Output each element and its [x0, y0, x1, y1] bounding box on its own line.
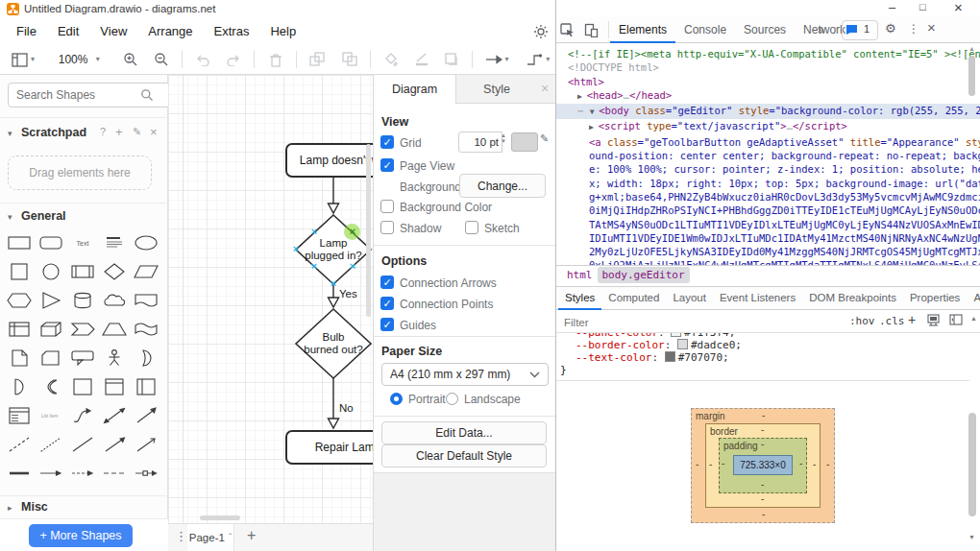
shape-process[interactable]	[66, 257, 98, 286]
connection-point-icon[interactable]: ×	[311, 226, 317, 237]
shape-container[interactable]	[66, 372, 98, 401]
new-style-rule-icon[interactable]: +	[908, 312, 916, 327]
toggle-sidebar-icon[interactable]	[949, 314, 963, 328]
page-view-checkbox[interactable]: ✓	[380, 158, 394, 172]
shape-dotted-line[interactable]	[35, 430, 66, 459]
shape-container-vertical[interactable]	[130, 372, 161, 401]
paper-size-select[interactable]: A4 (210 mm x 297 mm)	[381, 363, 549, 386]
code-line[interactable]: g+xml;base64,PHN2ZyB4bWxucz0iaHR0cDovL3d…	[556, 190, 980, 204]
diagram-canvas[interactable]: Lamp doesn't work Lamp plugged in? Bulb …	[168, 75, 373, 523]
clear-default-style-button[interactable]: Clear Default Style	[381, 444, 547, 467]
boxmodel-content[interactable]: 725.333×0	[733, 455, 793, 475]
more-shapes-button[interactable]: + More Shapes	[29, 524, 133, 547]
scratchpad-help-icon[interactable]: ?	[100, 126, 106, 137]
edit-data-button[interactable]: Edit Data...	[381, 421, 547, 444]
device-toolbar-icon[interactable]	[580, 17, 601, 42]
edge-label-yes[interactable]: Yes	[339, 288, 357, 299]
styles-tab-properties[interactable]: Properties	[903, 287, 967, 309]
shape-curve[interactable]	[66, 401, 98, 430]
shape-internal-storage[interactable]	[3, 315, 35, 344]
arrow-style-caret-icon[interactable]: ▾	[505, 55, 509, 63]
format-panel-close-icon[interactable]: ×	[541, 81, 549, 96]
elements-scroll-up-icon[interactable]: ▲	[968, 45, 975, 52]
shape-or[interactable]	[130, 344, 161, 372]
shape-cylinder[interactable]	[66, 286, 98, 315]
node-lamp-doesnt-work[interactable]: Lamp doesn't work	[285, 143, 373, 178]
code-line[interactable]: <!--[if IE]><meta http-equiv="X-UA-Compa…	[556, 47, 980, 60]
window-minimize-icon[interactable]: –	[889, 0, 895, 14]
shape-line-waypoint[interactable]	[130, 459, 161, 488]
connection-point-icon[interactable]: ×	[293, 243, 299, 254]
sketch-checkbox[interactable]	[465, 221, 478, 234]
zoom-level[interactable]: 100%	[59, 53, 88, 66]
boxmodel-padding[interactable]: padding - - - - 725.333×0	[719, 438, 807, 493]
shape-square[interactable]	[3, 257, 35, 286]
grid-checkbox[interactable]: ✓	[380, 135, 394, 149]
arrow-style-icon[interactable]	[482, 47, 505, 72]
color-swatch[interactable]	[665, 351, 675, 362]
shape-cloud[interactable]	[98, 286, 130, 315]
shape-triangle[interactable]	[35, 286, 66, 315]
tab-style[interactable]: Style	[456, 75, 537, 104]
shape-document[interactable]	[130, 286, 161, 315]
grid-color-swatch[interactable]	[511, 132, 538, 152]
connection-point-icon[interactable]: ×	[331, 277, 336, 289]
line-color-icon[interactable]	[410, 47, 433, 72]
add-page-icon[interactable]: +	[247, 527, 256, 544]
node-bulb-burned-out[interactable]: Bulb burned out?	[297, 331, 370, 356]
undo-icon[interactable]	[191, 47, 214, 72]
css-declaration[interactable]: --text-color: #707070;	[556, 351, 969, 364]
grid-size-input[interactable]	[458, 132, 502, 153]
delete-icon[interactable]	[264, 47, 287, 72]
devtools-menu-icon[interactable]: ⋮	[908, 22, 919, 36]
shape-line-arrow[interactable]	[98, 430, 130, 459]
shape-list-item[interactable]: List Item	[35, 401, 66, 430]
shape-circle[interactable]	[35, 257, 66, 286]
shape-ellipse[interactable]	[130, 228, 161, 257]
inspect-element-icon[interactable]	[556, 17, 577, 42]
shape-dash-line[interactable]	[98, 459, 130, 488]
window-maximize-icon[interactable]: □	[919, 1, 926, 12]
redo-icon[interactable]	[222, 47, 245, 72]
shape-rectangle[interactable]	[3, 228, 35, 257]
menu-file[interactable]: File	[6, 18, 47, 44]
styles-scrollbar[interactable]	[968, 413, 976, 516]
zoom-in-icon[interactable]	[119, 47, 142, 72]
styles-tab-styles[interactable]: Styles	[558, 288, 601, 310]
guides-checkbox[interactable]: ✓	[380, 318, 394, 331]
fill-color-icon[interactable]	[380, 47, 403, 72]
general-caret-icon[interactable]: ▾	[8, 212, 12, 222]
scratchpad-caret-icon[interactable]: ▾	[8, 129, 12, 138]
zoom-caret-icon[interactable]: ▾	[96, 55, 100, 63]
background-change-button[interactable]: Change...	[459, 174, 546, 198]
shape-step[interactable]	[66, 315, 98, 344]
shape-link-arrow[interactable]	[35, 459, 66, 488]
shadow-checkbox[interactable]	[380, 221, 394, 234]
devtools-close-icon[interactable]: ×	[927, 19, 936, 36]
shape-trapezoid[interactable]	[98, 315, 130, 344]
code-line[interactable]: <!DOCTYPE html>	[556, 60, 980, 74]
shape-and[interactable]	[3, 372, 35, 401]
shape-line[interactable]	[66, 430, 98, 459]
breadcrumb-html[interactable]: html	[562, 267, 598, 283]
to-front-icon[interactable]	[306, 47, 329, 72]
styles-tab-accessibility[interactable]: Accessibility	[967, 287, 980, 309]
code-line[interactable]: ▶ <script type="text/javascript">…</scri…	[556, 119, 980, 134]
breadcrumb-body.geEditor[interactable]: body.geEditor	[598, 267, 690, 283]
more-tabs-icon[interactable]: »	[814, 18, 828, 42]
shape-callout[interactable]	[66, 344, 98, 372]
misc-caret-icon[interactable]: ▸	[8, 503, 12, 513]
boxmodel-margin[interactable]: margin - - - - border - - - - padding - …	[691, 408, 835, 523]
pages-menu-icon[interactable]: ⋮	[175, 529, 187, 543]
scratchpad-edit-icon[interactable]: ✎	[133, 126, 141, 138]
shape-bold-line[interactable]	[3, 459, 35, 488]
scratchpad-title[interactable]: Scratchpad	[21, 126, 86, 139]
code-line[interactable]: IDIuMTI1VDEyIDE1Wm0wIDJxLTIuMDc1IDAtMy41…	[556, 231, 980, 245]
grid-size-stepper[interactable]: ▲▼	[501, 132, 506, 144]
background-color-checkbox[interactable]	[380, 200, 394, 213]
color-swatch[interactable]	[677, 339, 688, 349]
menu-help[interactable]: Help	[259, 18, 306, 44]
code-line[interactable]: ⋯ ▼ <body class="geEditor" style="backgr…	[556, 104, 980, 119]
grid-color-edit-icon[interactable]: ✎	[540, 132, 549, 145]
connection-point-icon[interactable]: ×	[311, 260, 317, 272]
